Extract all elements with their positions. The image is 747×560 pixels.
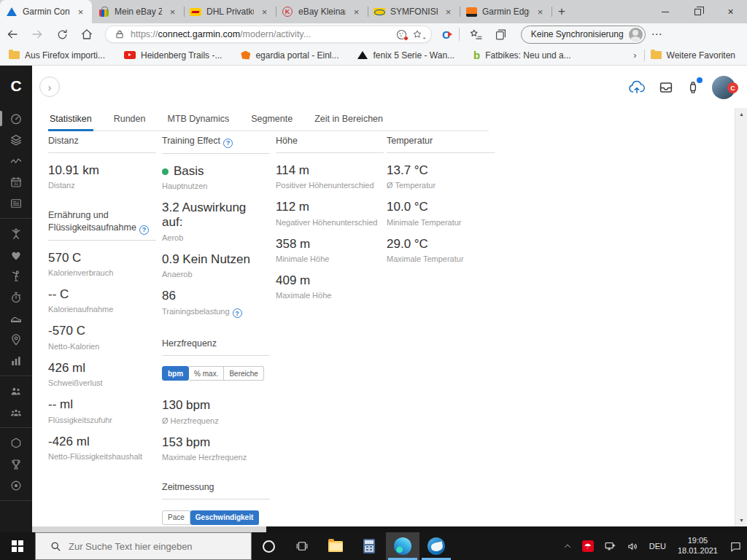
toggle-bereiche[interactable]: Bereiche xyxy=(224,366,263,381)
start-button[interactable] xyxy=(0,532,35,560)
sidebar-item-activities[interactable] xyxy=(0,129,32,150)
toggle-pace[interactable]: Pace xyxy=(162,510,190,525)
tab-zeit-in-bereichen[interactable]: Zeit in Bereichen xyxy=(313,108,384,131)
restore-button[interactable] xyxy=(681,0,714,23)
action-center-button[interactable] xyxy=(724,532,747,560)
sidebar-item-badges[interactable] xyxy=(0,432,32,454)
sidebar-item-timer[interactable] xyxy=(0,287,32,308)
stat-kalorienaufnahme: -- C Kalorienaufnahme xyxy=(48,287,156,314)
tab-close-icon[interactable]: × xyxy=(75,7,86,18)
garmin-logo: C xyxy=(0,66,32,108)
clock-date: 18.01.2021 xyxy=(678,546,718,556)
sidebar-item-groups[interactable] xyxy=(0,402,32,423)
inbox-button[interactable] xyxy=(658,79,674,96)
sidebar-item-records[interactable] xyxy=(0,475,32,496)
add-favorite-button[interactable]: + xyxy=(409,28,425,40)
tab-close-icon[interactable]: × xyxy=(259,7,270,18)
tab-close-icon[interactable]: × xyxy=(167,7,178,18)
sidebar-item-reports[interactable] xyxy=(0,350,32,371)
bookmarks-overflow-button[interactable]: › xyxy=(627,50,642,61)
stopwatch-icon xyxy=(9,291,23,304)
sidebar-item-activity-stats[interactable] xyxy=(0,150,32,171)
back-button[interactable] xyxy=(0,24,25,44)
avira-tray-button[interactable]: ☂ xyxy=(577,532,599,560)
sync-profile-button[interactable]: Keine Synchronisierung xyxy=(521,26,646,44)
device-sync-button[interactable] xyxy=(686,79,700,96)
tab-statistiken[interactable]: Statistiken xyxy=(48,108,93,131)
new-tab-button[interactable]: + xyxy=(551,0,572,23)
stat-distanz: 10.91 km Distanz xyxy=(48,163,156,190)
bookmark-label: Fatbikes: Neu und a... xyxy=(485,50,570,61)
garmin-header-icons: C xyxy=(627,76,735,99)
tab-segmente[interactable]: Segmente xyxy=(249,108,294,131)
tab-garmin-edge[interactable]: Garmin Edge × xyxy=(460,0,551,23)
bookmark-fatbikes[interactable]: bFatbikes: Neu und a... xyxy=(473,50,571,61)
bookmark-label: Heidenberg Trails -... xyxy=(141,50,222,61)
sidebar-item-calendar[interactable]: 31 xyxy=(0,171,32,192)
more-favorites-button[interactable]: Weitere Favoriten xyxy=(651,50,735,61)
task-view-button[interactable] xyxy=(285,532,319,560)
sidebar-item-trophies[interactable] xyxy=(0,454,32,475)
cortana-button[interactable] xyxy=(252,532,285,560)
volume-tray-button[interactable] xyxy=(622,532,644,560)
browser-menu-button[interactable]: ⋯ xyxy=(651,28,663,41)
sidebar-expand-button[interactable]: › xyxy=(39,77,60,97)
file-explorer-button[interactable] xyxy=(319,532,352,560)
bookmark-aus-firefox[interactable]: Aus Firefox importi... xyxy=(9,50,105,61)
bookmark-egardia[interactable]: egardia portal - Einl... xyxy=(241,50,338,61)
tab-mtb-dynamics[interactable]: MTB Dynamics xyxy=(166,108,231,131)
youtube-icon xyxy=(124,51,136,59)
forward-button[interactable] xyxy=(25,24,50,44)
sidebar-item-dashboard[interactable] xyxy=(0,108,32,129)
sidebar-item-running[interactable] xyxy=(0,308,32,329)
tray-expand-button[interactable] xyxy=(558,532,577,560)
bookmark-heidenberg-trails[interactable]: Heidenberg Trails -... xyxy=(124,50,222,61)
taskbar-clock[interactable]: 19:05 18.01.2021 xyxy=(671,532,724,560)
toggle-percent-max[interactable]: % max. xyxy=(189,366,224,381)
calculator-button[interactable] xyxy=(352,532,386,560)
page-scrollbar[interactable]: ▲ ▼ xyxy=(735,108,747,526)
network-tray-button[interactable] xyxy=(599,532,622,560)
upload-button[interactable] xyxy=(627,79,646,96)
collections-button[interactable] xyxy=(489,24,514,44)
sidebar-item-golf[interactable] xyxy=(0,265,32,287)
tab-garmin-connect[interactable]: Garmin Conn × xyxy=(0,0,92,23)
language-indicator[interactable]: DEU xyxy=(644,532,671,560)
tab-ebay-kleinanzeigen[interactable]: K eBay Kleinan × xyxy=(276,0,368,23)
tab-symfonisk[interactable]: SYMFONISK × xyxy=(368,0,460,23)
section-title-herzfrequenz: Herzfrequenz xyxy=(162,338,270,356)
help-icon[interactable]: ? xyxy=(233,308,242,318)
tracking-prevention-button[interactable] xyxy=(393,28,409,41)
taskbar-search[interactable] xyxy=(35,532,252,560)
help-icon[interactable]: ? xyxy=(223,139,233,148)
home-button[interactable] xyxy=(74,24,99,44)
scroll-up-arrow[interactable]: ▲ xyxy=(735,108,747,120)
tab-close-icon[interactable]: × xyxy=(443,7,454,18)
sidebar-item-courses[interactable] xyxy=(0,329,32,350)
tab-close-icon[interactable]: × xyxy=(351,7,362,18)
user-avatar[interactable]: C xyxy=(712,76,735,99)
edge-taskbar-button[interactable] xyxy=(386,532,419,560)
sidebar-item-wellness[interactable] xyxy=(0,223,32,244)
sidebar-item-health[interactable] xyxy=(0,244,32,265)
tab-dhl[interactable]: DHL Privatku × xyxy=(184,0,276,23)
toggle-geschwindigkeit[interactable]: Geschwindigkeit xyxy=(190,510,259,525)
bookmark-fenix[interactable]: fenix 5 Serie - Wan... xyxy=(357,50,454,61)
scroll-down-arrow[interactable]: ▼ xyxy=(735,514,747,526)
search-input[interactable] xyxy=(69,541,236,552)
sidebar-item-connections[interactable] xyxy=(0,381,32,402)
garmin-extension-button[interactable]: C xyxy=(442,29,450,40)
tab-runden[interactable]: Runden xyxy=(112,108,147,131)
favorites-button[interactable] xyxy=(464,24,489,44)
refresh-button[interactable] xyxy=(50,24,74,44)
address-bar[interactable]: https://connect.garmin.com/modern/activi… xyxy=(105,26,432,43)
help-icon[interactable]: ? xyxy=(139,225,149,235)
toggle-bpm[interactable]: bpm xyxy=(162,366,189,381)
tab-mein-ebay[interactable]: Mein eBay Z × xyxy=(92,0,184,23)
tab-close-icon[interactable]: × xyxy=(535,7,546,18)
sidebar-item-news-feed[interactable] xyxy=(0,192,32,214)
close-button[interactable]: × xyxy=(714,0,747,23)
thunderbird-taskbar-button[interactable] xyxy=(419,532,453,560)
minimize-button[interactable] xyxy=(649,0,681,23)
folder-icon xyxy=(9,51,20,59)
